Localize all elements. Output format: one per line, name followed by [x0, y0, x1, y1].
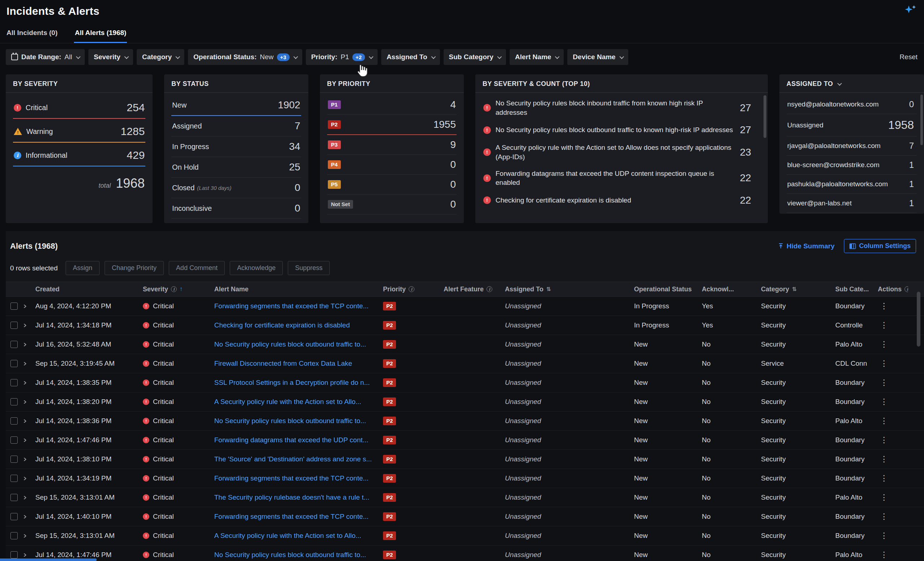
expand-row-icon[interactable]	[22, 420, 26, 423]
cell-actions: ⋮	[878, 550, 908, 559]
expand-row-icon[interactable]	[22, 324, 26, 327]
column-header-category[interactable]: Category⇅	[761, 286, 835, 293]
top10-scrollbar[interactable]	[764, 95, 766, 138]
row-actions-menu-icon[interactable]: ⋮	[878, 493, 890, 502]
row-checkbox[interactable]	[10, 302, 18, 310]
row-checkbox[interactable]	[10, 494, 18, 501]
row-actions-menu-icon[interactable]: ⋮	[878, 474, 890, 483]
alert-name-link[interactable]: A Security policy rule with the Action s…	[214, 398, 362, 406]
alert-name-link[interactable]: No Security policy rules block outbound …	[214, 417, 366, 425]
column-header-assigned-to[interactable]: Assigned To⇅	[505, 286, 634, 293]
alert-name-link[interactable]: The 'Source' and 'Destination' address a…	[214, 455, 372, 463]
column-header-alert-feature[interactable]: Alert Featurei	[444, 286, 505, 293]
column-header-severity[interactable]: Severityi↑	[143, 286, 214, 293]
column-header-alert-name[interactable]: Alert Name	[214, 286, 383, 293]
alert-name-link[interactable]: SSL Protocol Settings in a Decryption pr…	[214, 379, 370, 387]
tab-all-incidents[interactable]: All Incidents (0)	[6, 29, 58, 43]
assigned-to-selector[interactable]: ASSIGNED TO	[787, 80, 841, 88]
ai-sparkle-icon[interactable]	[904, 5, 917, 17]
row-checkbox[interactable]	[10, 341, 18, 348]
row-actions-menu-icon[interactable]: ⋮	[878, 454, 890, 464]
row-actions-menu-icon[interactable]: ⋮	[878, 531, 890, 540]
row-actions-menu-icon[interactable]: ⋮	[878, 550, 890, 559]
column-header-actions[interactable]: Actionsi	[878, 286, 908, 293]
hide-summary-button[interactable]: Hide Summary	[778, 242, 834, 250]
column-settings-button[interactable]: Column Settings	[844, 239, 916, 253]
top10-count: 22	[740, 172, 751, 184]
row-actions-menu-icon[interactable]: ⋮	[878, 340, 890, 349]
column-header-priority[interactable]: Priorityi	[383, 286, 444, 293]
expand-row-icon[interactable]	[22, 477, 26, 480]
column-header-operational-status[interactable]: Operational Status	[634, 286, 702, 293]
filter-chip-severity[interactable]: Severity	[88, 49, 133, 65]
bulk-action-suppress[interactable]: Suppress	[288, 261, 330, 275]
alert-name-link[interactable]: No Security policy rules block outbound …	[214, 340, 366, 348]
bulk-action-add-comment[interactable]: Add Comment	[169, 261, 225, 275]
alert-name-link[interactable]: No Security policy rules block outbound …	[214, 551, 366, 559]
filter-chip-alert-name[interactable]: Alert Name	[510, 49, 564, 65]
row-checkbox[interactable]	[10, 551, 18, 558]
filter-chip-assigned-to[interactable]: Assigned To	[381, 49, 440, 65]
bulk-action-assign[interactable]: Assign	[66, 261, 99, 275]
filter-chip-category[interactable]: Category	[137, 49, 184, 65]
expand-row-icon[interactable]	[22, 534, 26, 537]
expand-row-icon[interactable]	[22, 439, 26, 442]
filter-chip-date-range[interactable]: Date Range:All	[6, 49, 85, 65]
filter-chip-sub-category[interactable]: Sub Category	[444, 49, 506, 65]
alert-name-link[interactable]: The Security policy rulebase doesn't hav…	[214, 493, 369, 501]
row-checkbox[interactable]	[10, 417, 18, 424]
row-actions-menu-icon[interactable]: ⋮	[878, 397, 890, 406]
alert-name-link[interactable]: Forwarding datagrams that exceed the UDP…	[214, 436, 368, 444]
bulk-action-change-priority[interactable]: Change Priority	[105, 261, 164, 275]
row-actions-menu-icon[interactable]: ⋮	[878, 359, 890, 368]
expand-row-icon[interactable]	[22, 305, 26, 308]
alert-name-link[interactable]: Forwarding segments that exceed the TCP …	[214, 302, 369, 310]
column-header-acknowl-[interactable]: Acknowl...	[702, 286, 761, 293]
column-header-created[interactable]: Created	[35, 286, 143, 293]
alert-name-link[interactable]: Firewall Disconnected from Cortex Data L…	[214, 359, 352, 367]
row-actions-menu-icon[interactable]: ⋮	[878, 320, 890, 330]
row-actions-menu-icon[interactable]: ⋮	[878, 435, 890, 445]
chevron-down-icon	[369, 54, 373, 59]
row-actions-menu-icon[interactable]: ⋮	[878, 416, 890, 426]
tab-all-alerts[interactable]: All Alerts (1968)	[74, 29, 127, 43]
severity-value: Critical	[153, 321, 174, 329]
row-checkbox[interactable]	[10, 532, 18, 539]
expand-row-icon[interactable]	[22, 362, 26, 365]
row-checkbox[interactable]	[10, 398, 18, 405]
expand-row-icon[interactable]	[22, 400, 26, 404]
row-checkbox[interactable]	[10, 379, 18, 386]
alert-name-link[interactable]: Forwarding segments that exceed the TCP …	[214, 474, 369, 482]
column-header-sub-cate-[interactable]: Sub Cate...	[835, 286, 878, 293]
assigned-scrollbar[interactable]	[920, 95, 923, 145]
alert-name-link[interactable]: Checking for certificate expiration is d…	[214, 321, 350, 329]
table-vertical-scrollbar[interactable]	[917, 292, 920, 347]
row-actions-menu-icon[interactable]: ⋮	[878, 512, 890, 521]
expand-row-icon[interactable]	[22, 515, 26, 518]
cell-sub-category: Palo Alto	[835, 493, 878, 501]
row-checkbox[interactable]	[10, 436, 18, 444]
expand-row-icon[interactable]	[22, 553, 26, 556]
filter-chip-priority[interactable]: Priority:P1+2	[306, 49, 378, 65]
critical-icon: !	[143, 552, 149, 558]
alert-name-link[interactable]: Forwarding segments that exceed the TCP …	[214, 513, 369, 520]
row-checkbox[interactable]	[10, 360, 18, 367]
expand-row-icon[interactable]	[22, 458, 26, 461]
expand-row-icon[interactable]	[22, 496, 26, 499]
table-horizontal-scrollbar[interactable]	[0, 558, 97, 561]
row-checkbox[interactable]	[10, 322, 18, 329]
row-checkbox[interactable]	[10, 456, 18, 463]
reset-filters-button[interactable]: Reset	[900, 53, 918, 61]
row-checkbox[interactable]	[10, 475, 18, 482]
filter-chip-device-name[interactable]: Device Name	[567, 49, 628, 65]
expand-row-icon[interactable]	[22, 343, 26, 346]
row-actions-menu-icon[interactable]: ⋮	[878, 378, 890, 387]
cell-created: Jul 14, 2024, 1:34:18 PM	[35, 321, 143, 329]
row-checkbox[interactable]	[10, 513, 18, 520]
row-actions-menu-icon[interactable]: ⋮	[878, 301, 890, 311]
expand-row-icon[interactable]	[22, 381, 26, 385]
alert-name-link[interactable]: A Security policy rule with the Action s…	[214, 532, 362, 540]
priority-badge: Not Set	[328, 200, 354, 208]
bulk-action-acknowledge[interactable]: Acknowledge	[230, 261, 283, 275]
filter-chip-operational-status[interactable]: Operational Status:New+3	[188, 49, 302, 65]
